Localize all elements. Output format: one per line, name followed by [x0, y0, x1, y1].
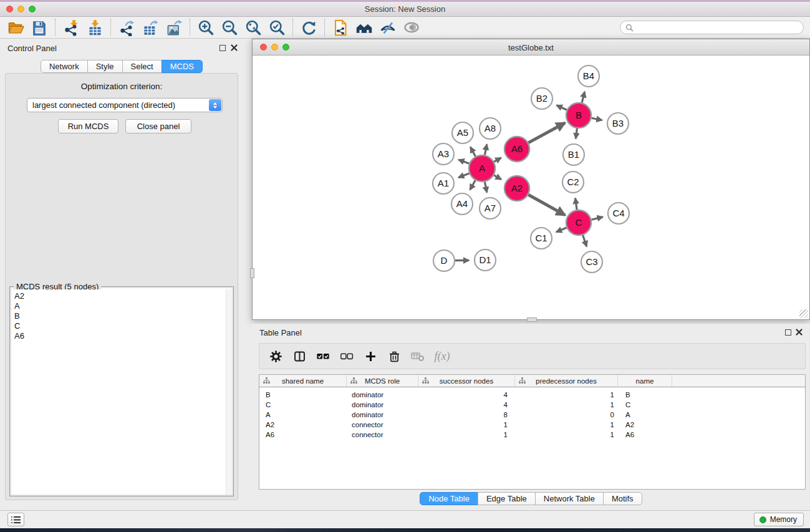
- zoom-fit-button[interactable]: [241, 17, 265, 37]
- search-field[interactable]: [620, 21, 804, 34]
- graph-edge-C-C1[interactable]: [556, 228, 567, 232]
- graph-edge-A-A7[interactable]: [485, 182, 486, 193]
- graph-node-C2[interactable]: C2: [562, 172, 584, 193]
- graph-edge-A2-C[interactable]: [528, 195, 565, 215]
- tab-network-table[interactable]: Network Table: [535, 492, 604, 505]
- optimization-criterion-select[interactable]: largest connected component (directed): [27, 98, 223, 112]
- table-cell[interactable]: dominator: [347, 400, 418, 410]
- save-session-button[interactable]: [27, 17, 51, 37]
- close-panel-icon[interactable]: [795, 328, 803, 336]
- mcds-result-item[interactable]: A: [14, 301, 226, 311]
- graph-node-A3[interactable]: A3: [433, 143, 454, 165]
- graph-node-B[interactable]: B: [566, 103, 591, 128]
- table-cell[interactable]: 1: [418, 430, 515, 440]
- tab-network[interactable]: Network: [41, 60, 88, 73]
- graph-edge-A-A2[interactable]: [494, 175, 501, 180]
- graph-node-B1[interactable]: B1: [563, 144, 584, 165]
- delete-table-button[interactable]: [410, 349, 425, 364]
- graph-node-D[interactable]: D: [433, 250, 455, 271]
- window-resize-grip[interactable]: [799, 309, 808, 318]
- zoom-in-button[interactable]: [194, 17, 218, 37]
- close-panel-icon[interactable]: [230, 44, 238, 52]
- table-cell[interactable]: A2: [259, 420, 347, 430]
- export-table-button[interactable]: [138, 17, 162, 37]
- graph-edge-B-B2[interactable]: [557, 105, 567, 110]
- bottom-resize-handle[interactable]: [527, 317, 537, 322]
- network-canvas[interactable]: B4B2BB3A5A8A6B1A3AC2A1A2A4A7C4CC1DD1C3: [253, 56, 809, 319]
- unselect-all-button[interactable]: [339, 349, 354, 364]
- tab-style[interactable]: Style: [87, 60, 123, 73]
- search-input[interactable]: [637, 22, 799, 33]
- left-resize-handle[interactable]: [250, 268, 254, 278]
- graph-node-A2[interactable]: A2: [504, 176, 529, 201]
- table-cell[interactable]: 1: [515, 400, 618, 410]
- graph-node-A4[interactable]: A4: [451, 193, 473, 215]
- export-image-button[interactable]: [162, 17, 186, 37]
- table-cell[interactable]: 0: [515, 410, 618, 420]
- import-network-button[interactable]: [59, 17, 83, 37]
- function-builder-button[interactable]: f(x): [434, 349, 449, 364]
- result-scrollbar[interactable]: [226, 289, 232, 495]
- table-cell[interactable]: 1: [515, 420, 618, 430]
- tab-motifs[interactable]: Motifs: [603, 492, 642, 505]
- graph-node-C1[interactable]: C1: [531, 228, 552, 249]
- mcds-result-item[interactable]: A2: [14, 291, 226, 301]
- show-column-button[interactable]: [292, 349, 307, 364]
- tab-edge-table[interactable]: Edge Table: [478, 492, 536, 505]
- table-cell[interactable]: C: [618, 400, 672, 410]
- import-table-button[interactable]: [83, 17, 107, 37]
- graph-node-A8[interactable]: A8: [480, 118, 501, 139]
- select-all-button[interactable]: [316, 349, 330, 364]
- graph-node-A1[interactable]: A1: [433, 173, 454, 194]
- show-graphics-details-button[interactable]: [376, 17, 400, 37]
- task-history-button[interactable]: [7, 513, 24, 526]
- graph-node-A[interactable]: A: [469, 155, 495, 181]
- graph-edge-A-A5[interactable]: [470, 147, 475, 157]
- graph-edge-A-A1[interactable]: [458, 173, 469, 178]
- refresh-button[interactable]: [297, 17, 321, 37]
- tab-mcds[interactable]: MCDS: [162, 60, 203, 73]
- table-cell[interactable]: 1: [418, 420, 515, 430]
- table-cell[interactable]: 4: [418, 390, 515, 400]
- export-network-button[interactable]: [115, 17, 138, 37]
- table-row[interactable]: Bdominator41B: [259, 390, 805, 400]
- create-column-button[interactable]: [363, 349, 378, 364]
- graph-node-B4[interactable]: B4: [578, 65, 599, 87]
- zoom-window-button[interactable]: [29, 6, 36, 12]
- minimize-window-button[interactable]: [17, 6, 24, 12]
- graph-node-A6[interactable]: A6: [504, 137, 529, 162]
- graph-node-C[interactable]: C: [566, 210, 591, 235]
- mcds-result-item[interactable]: A6: [14, 331, 226, 341]
- graph-edge-B-B3[interactable]: [592, 118, 602, 120]
- graph-node-B2[interactable]: B2: [531, 88, 552, 109]
- graph-edge-B-B4[interactable]: [582, 92, 584, 102]
- new-network-from-selection-button[interactable]: [329, 17, 352, 37]
- graph-edge-B-B1[interactable]: [576, 128, 577, 138]
- table-row[interactable]: Adominator80A: [259, 410, 805, 420]
- graph-edge-A-A3[interactable]: [458, 160, 469, 163]
- table-cell[interactable]: B: [618, 390, 672, 400]
- column-header-shared-name[interactable]: shared name: [259, 375, 347, 387]
- table-settings-button[interactable]: [268, 349, 283, 364]
- tab-node-table[interactable]: Node Table: [420, 492, 478, 505]
- graph-node-A7[interactable]: A7: [480, 198, 501, 219]
- mcds-result-item[interactable]: B: [14, 311, 226, 321]
- close-window-button[interactable]: [6, 6, 13, 12]
- table-row[interactable]: A6connector11A6: [259, 430, 805, 440]
- table-row[interactable]: Cdominator41C: [259, 400, 805, 410]
- graph-node-C3[interactable]: C3: [581, 251, 602, 273]
- graph-edge-C-C3[interactable]: [583, 235, 587, 246]
- graph-edge-C-C2[interactable]: [576, 198, 577, 210]
- run-mcds-button[interactable]: Run MCDS: [58, 119, 118, 133]
- table-cell[interactable]: dominator: [347, 390, 418, 400]
- column-header-mcds-role[interactable]: MCDS role: [347, 375, 418, 387]
- table-cell[interactable]: A6: [618, 430, 672, 440]
- zoom-out-button[interactable]: [218, 17, 241, 37]
- mcds-result-item[interactable]: C: [14, 321, 226, 331]
- tab-select[interactable]: Select: [122, 60, 162, 73]
- memory-button[interactable]: Memory: [754, 513, 804, 526]
- first-neighbors-button[interactable]: [352, 17, 376, 37]
- table-cell[interactable]: C: [259, 400, 347, 410]
- float-panel-icon[interactable]: [785, 329, 791, 336]
- table-cell[interactable]: 8: [418, 410, 515, 420]
